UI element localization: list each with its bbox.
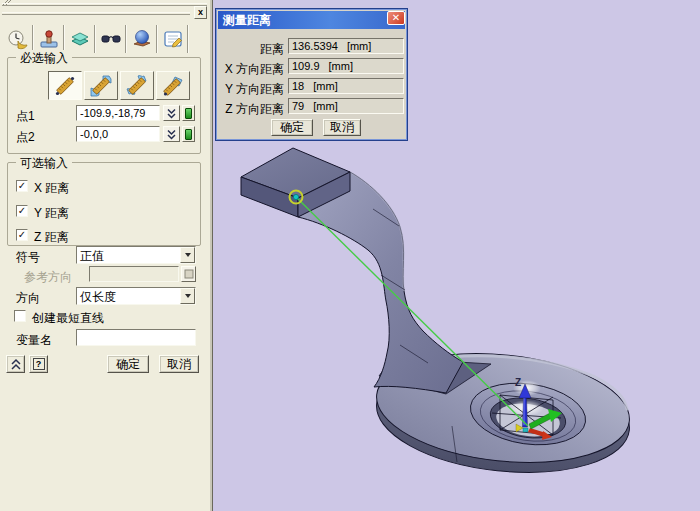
- panel-cancel-button[interactable]: 取消: [159, 355, 199, 373]
- y-distance-value: 18: [292, 80, 304, 92]
- direction-dropdown-button[interactable]: [180, 288, 195, 304]
- point1-input[interactable]: [76, 105, 160, 121]
- ruler-two-sheets-icon: [125, 75, 149, 97]
- chevron-down-icon: [185, 294, 191, 298]
- create-shortest-line-checkbox[interactable]: [14, 310, 26, 322]
- panel-grip-handle[interactable]: [2, 12, 190, 15]
- measure-distance-panel: x: [0, 0, 213, 511]
- point2-constructor-button[interactable]: [182, 126, 195, 142]
- y-distance-result-field: 18[mm]: [288, 78, 404, 94]
- chevron-double-down-icon: [165, 107, 178, 120]
- help-icon: ?: [33, 358, 45, 370]
- tab-button-4[interactable]: [96, 25, 126, 53]
- collapse-panel-button[interactable]: [6, 355, 25, 373]
- ruler-two-faces-icon: [89, 75, 113, 97]
- point1-label: 点1: [16, 108, 35, 125]
- tab-button-1[interactable]: [3, 25, 33, 53]
- dialog-cancel-button[interactable]: 取消: [323, 119, 361, 136]
- direction-value: 仅长度: [80, 289, 116, 306]
- y-distance-unit: [mm]: [313, 80, 337, 92]
- vector-picker-icon: [184, 269, 194, 279]
- stamp-icon: [38, 28, 60, 50]
- dialog-titlebar[interactable]: 测量距离: [218, 11, 405, 29]
- dialog-ok-button[interactable]: 确定: [271, 119, 313, 136]
- required-input-title: 必选输入: [16, 50, 72, 67]
- y-distance-label: Y 距离: [34, 205, 69, 222]
- clock-icon: [7, 28, 29, 50]
- point1-flyout-button[interactable]: [163, 105, 180, 121]
- sign-label: 符号: [16, 249, 40, 266]
- chevron-down-icon: [185, 253, 191, 257]
- distance-field: 136.5394[mm]: [288, 38, 404, 54]
- tab-button-3[interactable]: [65, 25, 95, 53]
- chevron-double-up-icon: [9, 357, 23, 371]
- point2-flyout-button[interactable]: [163, 126, 180, 142]
- measure-mode-point-to-point-button[interactable]: [48, 71, 82, 100]
- panel-close-button[interactable]: x: [194, 6, 207, 19]
- tab-button-5[interactable]: [127, 25, 157, 53]
- point2-label: 点2: [16, 129, 35, 146]
- z-distance-result-field: 79[mm]: [288, 98, 404, 114]
- dialog-close-button[interactable]: ✕: [387, 11, 405, 25]
- z-distance-checkbox[interactable]: ✓: [16, 229, 28, 241]
- z-distance-result-label: Z 方向距离: [216, 101, 284, 118]
- reference-direction-picker-button[interactable]: [181, 266, 196, 282]
- variable-name-label: 变量名: [16, 332, 52, 349]
- measure-mode-2-button[interactable]: [84, 71, 118, 100]
- create-shortest-line-label: 创建最短直线: [32, 310, 104, 327]
- reference-direction-input: [89, 266, 179, 282]
- distance-label: 距离: [216, 41, 284, 58]
- layers-icon: [69, 28, 91, 50]
- x-distance-label: X 距离: [34, 180, 69, 197]
- sign-value: 正值: [80, 248, 104, 265]
- app-window: Z PC PHPCMS.CN x: [0, 0, 700, 511]
- panel-ok-button[interactable]: 确定: [107, 355, 149, 373]
- y-distance-checkbox[interactable]: ✓: [16, 205, 28, 217]
- reference-direction-label: 参考方向: [24, 269, 72, 286]
- point-led-icon: [185, 129, 192, 140]
- measure-mode-3-button[interactable]: [120, 71, 154, 100]
- ruler-two-points-icon: [53, 75, 77, 97]
- sign-dropdown[interactable]: 正值: [76, 246, 196, 264]
- point1-constructor-button[interactable]: [182, 105, 195, 121]
- direction-label: 方向: [16, 290, 40, 307]
- sign-dropdown-button[interactable]: [180, 247, 195, 263]
- point-led-icon: [185, 108, 192, 119]
- tab-button-2[interactable]: [34, 25, 64, 53]
- x-distance-unit: [mm]: [329, 60, 353, 72]
- z-distance-label: Z 距离: [34, 229, 69, 246]
- y-distance-result-label: Y 方向距离: [216, 81, 284, 98]
- measure-mode-4-button[interactable]: [156, 71, 190, 100]
- x-distance-value: 109.9: [292, 60, 320, 72]
- direction-dropdown[interactable]: 仅长度: [76, 287, 196, 305]
- edit-note-icon: [162, 28, 184, 50]
- measure-distance-dialog: 测量距离 ✕ 距离 136.5394[mm] X 方向距离 109.9[mm] …: [215, 8, 408, 141]
- tab-button-6[interactable]: [158, 25, 188, 53]
- optional-input-title: 可选输入: [16, 155, 72, 172]
- variable-name-input[interactable]: [76, 329, 196, 346]
- help-button[interactable]: ?: [29, 355, 48, 373]
- x-distance-checkbox[interactable]: ✓: [16, 180, 28, 192]
- sphere-icon: [131, 28, 153, 50]
- ruler-plane-icon: [161, 75, 185, 97]
- glasses-icon: [100, 28, 122, 50]
- chevron-double-down-icon: [165, 128, 178, 141]
- point2-input[interactable]: [76, 126, 160, 142]
- distance-unit: [mm]: [347, 40, 371, 52]
- x-distance-result-label: X 方向距离: [216, 61, 284, 78]
- distance-value: 136.5394: [292, 40, 338, 52]
- z-distance-value: 79: [292, 100, 304, 112]
- toolbar-grip-handle[interactable]: [2, 3, 207, 6]
- x-distance-result-field: 109.9[mm]: [288, 58, 404, 74]
- z-distance-unit: [mm]: [313, 100, 337, 112]
- axis-z-label: Z: [515, 377, 521, 388]
